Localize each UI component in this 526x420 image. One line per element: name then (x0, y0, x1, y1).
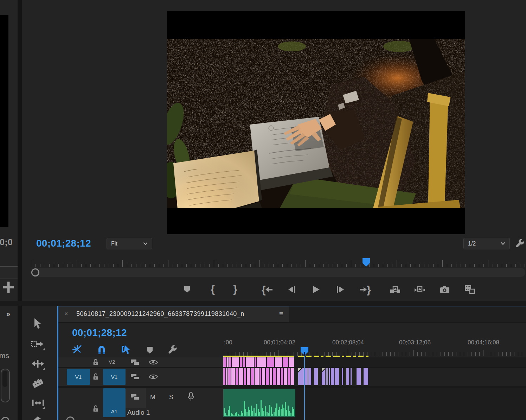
waveform-bar (241, 411, 242, 416)
waveform-bar (248, 407, 249, 416)
waveform-bar (281, 409, 282, 416)
waveform-bar (268, 413, 269, 416)
clip-segment[interactable] (308, 368, 311, 385)
waveform-bar (238, 414, 239, 416)
clip-segment[interactable] (227, 357, 229, 367)
clip-segment[interactable] (291, 368, 294, 385)
clip-segment[interactable] (239, 368, 243, 385)
clip-segment[interactable] (255, 357, 256, 367)
waveform-bar (255, 413, 256, 416)
waveform-bar (288, 406, 289, 416)
waveform-bar (261, 400, 262, 416)
waveform-bar (275, 408, 276, 416)
clip-segment[interactable] (314, 368, 318, 385)
clip-segment[interactable] (288, 368, 290, 385)
waveform-bar (289, 411, 290, 416)
clip-segment[interactable] (251, 368, 254, 385)
clip-segment[interactable] (289, 357, 294, 367)
render-status-dash (358, 356, 364, 357)
clip-segment[interactable] (283, 357, 288, 367)
clip-segment[interactable] (281, 368, 283, 385)
render-status-dash (314, 356, 319, 357)
timeline-playhead[interactable] (300, 347, 309, 356)
clip-segment[interactable] (240, 357, 242, 367)
clip-segment[interactable] (322, 368, 325, 385)
waveform-bar (246, 412, 248, 416)
clip-segment[interactable] (273, 368, 276, 385)
waveform-bar (245, 409, 246, 416)
waveform-bar (269, 405, 270, 416)
clip-segment[interactable] (346, 368, 349, 385)
clip-segment[interactable] (335, 368, 339, 385)
clip-segment[interactable] (266, 368, 269, 385)
clip-segment[interactable] (262, 368, 265, 385)
waveform-bar (262, 408, 263, 416)
audio-clip[interactable] (223, 389, 295, 417)
waveform-bar (263, 411, 264, 416)
clip-segment[interactable] (351, 368, 352, 385)
clip-segment[interactable] (284, 368, 287, 385)
clip-segment[interactable] (298, 368, 304, 385)
clip-segment[interactable] (259, 368, 261, 385)
clip-segment[interactable] (329, 368, 330, 385)
render-status-dash (326, 356, 331, 357)
clip-segment[interactable] (267, 357, 274, 367)
clip-segment[interactable] (270, 368, 272, 385)
clip-segment[interactable] (229, 357, 231, 367)
waveform-bar (286, 410, 287, 416)
waveform-bar (232, 414, 233, 416)
waveform-bar (254, 408, 255, 416)
clip-segment[interactable] (226, 368, 227, 385)
clip-segment[interactable] (326, 368, 327, 385)
waveform-bar (265, 406, 266, 416)
clip-segment[interactable] (246, 357, 254, 367)
waveform-bar (225, 413, 226, 416)
clip-segment[interactable] (247, 368, 250, 385)
render-status-dash (366, 356, 368, 357)
render-status-bar (223, 356, 294, 357)
clip-segment[interactable] (364, 368, 368, 385)
render-status-dash (353, 356, 356, 357)
clip-segment[interactable] (223, 357, 226, 367)
waveform-bar (256, 404, 257, 416)
clip-segment[interactable] (228, 368, 231, 385)
clip-segment[interactable] (304, 368, 308, 385)
clip-segment[interactable] (243, 357, 245, 367)
waveform-bar (249, 410, 250, 416)
waveform-bar (252, 411, 253, 416)
clip-segment[interactable] (331, 368, 334, 385)
clip-segment[interactable] (327, 368, 328, 385)
clip-segment[interactable] (357, 368, 361, 385)
waveform-bar (278, 410, 279, 416)
waveform-bar (231, 413, 232, 416)
render-status-dash (342, 356, 344, 357)
waveform-bar (285, 402, 286, 416)
waveform-bar (228, 410, 229, 416)
clip-segment[interactable] (255, 368, 259, 385)
waveform-bar (251, 406, 252, 416)
waveform-bar (274, 412, 275, 416)
clip-segment[interactable] (223, 368, 225, 385)
timeline-playhead-line[interactable] (304, 355, 305, 420)
timeline-clips-layer (0, 0, 526, 420)
waveform-bar (242, 413, 243, 416)
waveform-bar (272, 414, 273, 416)
clip-segment[interactable] (232, 357, 239, 367)
clip-segment[interactable] (244, 368, 246, 385)
waveform-bar (271, 407, 272, 416)
waveform-bar (292, 407, 293, 416)
waveform-bar (267, 412, 268, 416)
waveform-bar (233, 415, 235, 416)
waveform-bar (244, 401, 245, 416)
waveform-bar (224, 408, 225, 416)
clip-segment[interactable] (236, 368, 238, 385)
clip-segment[interactable] (257, 357, 266, 367)
clip-segment[interactable] (275, 357, 282, 367)
waveform-bar (226, 415, 227, 416)
waveform-bar (235, 413, 236, 416)
clip-segment[interactable] (231, 368, 235, 385)
waveform-bar (259, 412, 260, 416)
clip-segment[interactable] (277, 368, 280, 385)
clip-segment[interactable] (342, 368, 343, 385)
waveform-bar (279, 407, 280, 416)
